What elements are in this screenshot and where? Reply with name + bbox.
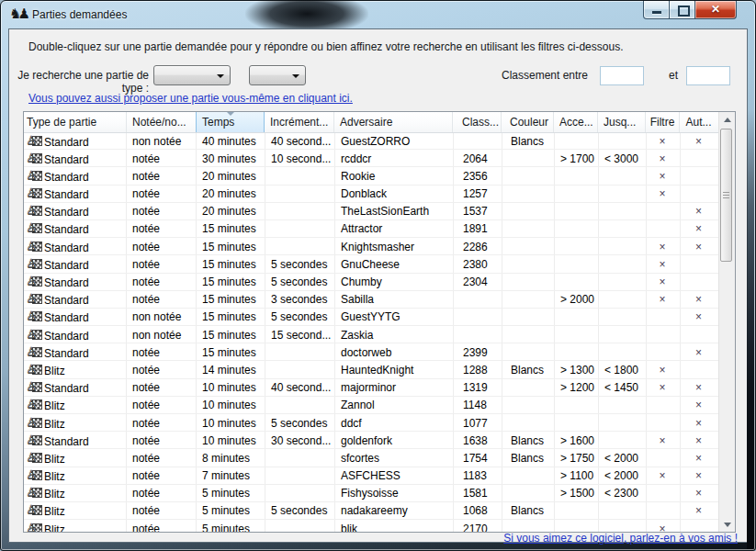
- table-cell: 5 minutes: [197, 502, 265, 519]
- minimize-button[interactable]: [643, 1, 670, 19]
- share-with-friends-link[interactable]: Si vous aimez ce logiciel, parlez-en à v…: [503, 532, 738, 545]
- table-cell: 20 minutes: [197, 186, 265, 202]
- table-row[interactable]: ♙Standardnotée15 minutesKnightsmasher228…: [24, 238, 719, 255]
- column-header[interactable]: Type de partie: [24, 112, 127, 132]
- table-row[interactable]: ♙Standardnon notée15 minutes15 second...…: [24, 326, 719, 343]
- table-cell: [647, 309, 681, 325]
- table-cell: [555, 502, 599, 519]
- column-header[interactable]: Adversaire: [334, 112, 453, 132]
- table-cell: 1754: [454, 449, 502, 466]
- table-row[interactable]: ♙Standardnotée15 minutes5 secondesGnuChe…: [24, 255, 719, 273]
- scrollbar-down-button[interactable]: [719, 516, 735, 532]
- rating-min-input[interactable]: [600, 66, 644, 85]
- table-row[interactable]: ♙Standardnotée20 minutesDonblack1257×: [24, 186, 719, 203]
- table-row[interactable]: ♙Standardnotée10 minutes40 second...majo…: [24, 379, 719, 397]
- column-header[interactable]: Acce...: [554, 112, 598, 132]
- rating-between-label: Classement entre: [502, 69, 588, 82]
- table-cell: non notée: [127, 326, 197, 343]
- table-cell: 1319: [454, 379, 502, 396]
- column-header[interactable]: Couleur: [502, 112, 554, 132]
- table-cell: 15 minutes: [197, 291, 265, 308]
- vertical-scrollbar[interactable]: [718, 112, 735, 532]
- column-header[interactable]: Notée/no...: [127, 112, 197, 132]
- chessboard-icon: ♙: [27, 152, 42, 165]
- table-row[interactable]: ♙Standardnon notée40 minutes40 second...…: [24, 132, 719, 150]
- close-button[interactable]: ✕: [695, 1, 737, 19]
- game-type-cell: ♙Blitz: [24, 502, 127, 519]
- rating-max-input[interactable]: [686, 66, 730, 85]
- propose-game-link[interactable]: Vous pouvez aussi proposer une partie vo…: [28, 92, 353, 105]
- table-row[interactable]: ♙Standardnotée30 minutes10 second...rcdd…: [24, 150, 719, 167]
- table-row[interactable]: ♙Blitznotée5 minutesblik2170×: [24, 520, 719, 532]
- maximize-button[interactable]: [670, 1, 695, 19]
- table-row[interactable]: ♙Standardnotée20 minutesTheLastSionEarth…: [24, 203, 719, 220]
- time-combo[interactable]: [249, 65, 306, 85]
- table-cell: [502, 414, 555, 431]
- table-cell: 3 secondes: [265, 291, 335, 308]
- table-cell: [265, 167, 335, 184]
- column-header[interactable]: Incrément...: [265, 112, 334, 132]
- table-row[interactable]: ♙Blitznotée8 minutessfcortes1754Blancs> …: [24, 449, 719, 467]
- column-header[interactable]: Temps: [196, 112, 265, 132]
- table-cell: Sabilla: [335, 291, 454, 308]
- table-cell: [502, 186, 555, 202]
- table-cell: 5 secondes: [265, 309, 335, 325]
- table-cell: notée: [127, 186, 197, 202]
- table-cell: 1077: [454, 414, 502, 431]
- game-type-combo[interactable]: [153, 65, 231, 85]
- table-cell: GnuCheese: [335, 255, 454, 272]
- table-cell: notée: [127, 414, 197, 431]
- table-row[interactable]: ♙Standardnotée15 minutesdoctorweb2399×: [24, 343, 719, 361]
- column-header[interactable]: Jusq...: [598, 112, 646, 132]
- game-type-cell: ♙Standard: [24, 274, 127, 290]
- game-type-cell: ♙Standard: [24, 132, 127, 149]
- table-cell: ×: [647, 467, 681, 484]
- table-cell: [502, 343, 555, 360]
- table-cell: < 1450: [599, 379, 647, 396]
- table-row[interactable]: ♙Blitznotée14 minutesHauntedKnight1288Bl…: [24, 361, 719, 378]
- table-row[interactable]: ♙Blitznotée5 minutes5 secondesnadakareem…: [24, 502, 719, 520]
- chevron-down-icon: [217, 74, 224, 78]
- scrollbar-thumb[interactable]: [720, 129, 732, 262]
- table-cell: > 1750: [555, 449, 599, 466]
- column-header[interactable]: Class...: [453, 112, 502, 132]
- scrollbar-up-button[interactable]: [719, 112, 735, 128]
- table-cell: [454, 326, 502, 343]
- table-cell: ×: [681, 414, 718, 431]
- table-row[interactable]: ♙Standardnon notée15 minutes5 secondesGu…: [24, 309, 719, 326]
- table-cell: > 1100: [555, 467, 599, 484]
- table-row[interactable]: ♙Standardnotée15 minutes3 secondesSabill…: [24, 291, 719, 309]
- table-row[interactable]: ♙Standardnotée20 minutesRookie2356×: [24, 167, 719, 185]
- table-cell: [599, 309, 647, 325]
- table-row[interactable]: ♙Blitznotée10 minutesZannol1148×: [24, 397, 719, 414]
- chessboard-icon: ♙: [27, 241, 42, 253]
- table-row[interactable]: ♙Standardnotée15 minutes5 secondesChumby…: [24, 274, 719, 291]
- table-cell: notée: [127, 432, 197, 448]
- table-cell: 10 minutes: [197, 414, 265, 431]
- table-row[interactable]: ♙Standardnotée15 minutesAttractor1891×: [24, 220, 719, 238]
- table-cell: [555, 203, 599, 219]
- table-cell: [265, 343, 335, 360]
- chessboard-icon: ♙: [27, 310, 42, 323]
- table-cell: ×: [681, 291, 718, 308]
- table-row[interactable]: ♙Blitznotée5 minutesFishysoisse1581> 150…: [24, 485, 719, 502]
- table-row[interactable]: ♙Standardnotée10 minutes30 second...gold…: [24, 432, 719, 449]
- table-cell: notée: [127, 467, 197, 484]
- game-type-cell: ♙Blitz: [24, 485, 127, 501]
- table-cell: [555, 132, 599, 149]
- table-cell: [647, 502, 681, 519]
- table-row[interactable]: ♙Blitznotée10 minutes5 secondesddcf1077×: [24, 414, 719, 432]
- table-cell: [599, 132, 647, 149]
- table-cell: 7 minutes: [197, 467, 265, 484]
- column-header[interactable]: Aut...: [680, 112, 717, 132]
- table-cell: rcddcr: [335, 150, 454, 166]
- table-cell: ddcf: [335, 414, 454, 431]
- table-cell: notée: [127, 379, 197, 396]
- table-row[interactable]: ♙Blitznotée7 minutesASFCHESS1183> 1100< …: [24, 467, 719, 485]
- table-cell: 10 minutes: [197, 397, 265, 413]
- chessboard-icon: ♙: [27, 187, 42, 200]
- table-cell: 15 minutes: [197, 220, 265, 237]
- game-type-cell: ♙Blitz: [24, 397, 127, 413]
- title-bar[interactable]: ♞♟ Parties demandées ✕: [1, 1, 755, 28]
- column-header[interactable]: Filtre: [646, 112, 680, 132]
